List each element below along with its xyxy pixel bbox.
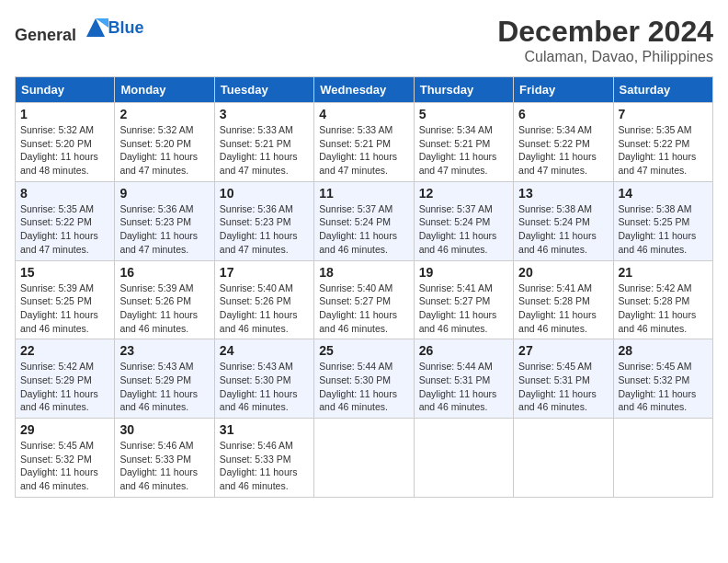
header-friday: Friday: [514, 77, 613, 103]
logo-icon: [83, 15, 108, 40]
title-area: December 2024 Culaman, Davao, Philippine…: [497, 15, 713, 65]
calendar-table: Sunday Monday Tuesday Wednesday Thursday…: [15, 76, 713, 498]
logo-text: General: [15, 15, 108, 45]
logo-general: General: [15, 26, 76, 44]
table-cell: 2 Sunrise: 5:32 AMSunset: 5:20 PMDayligh…: [115, 103, 214, 182]
table-cell: 16 Sunrise: 5:39 AMSunset: 5:26 PMDaylig…: [115, 260, 214, 339]
calendar-row-4: 22 Sunrise: 5:42 AMSunset: 5:29 PMDaylig…: [16, 339, 713, 419]
header-monday: Monday: [115, 77, 214, 103]
table-cell: 28 Sunrise: 5:45 AMSunset: 5:32 PMDaylig…: [613, 339, 712, 419]
header-sunday: Sunday: [16, 77, 115, 103]
header-wednesday: Wednesday: [314, 77, 414, 103]
logo-blue: Blue: [108, 18, 144, 38]
table-cell: 21 Sunrise: 5:42 AMSunset: 5:28 PMDaylig…: [613, 260, 712, 339]
table-cell: 27 Sunrise: 5:45 AMSunset: 5:31 PMDaylig…: [514, 339, 613, 419]
day-number: 1: [20, 107, 109, 121]
table-cell: 25 Sunrise: 5:44 AMSunset: 5:30 PMDaylig…: [314, 339, 414, 419]
table-cell: 15 Sunrise: 5:39 AMSunset: 5:25 PMDaylig…: [16, 260, 115, 339]
table-cell: 13 Sunrise: 5:38 AMSunset: 5:24 PMDaylig…: [514, 181, 613, 260]
table-cell: 31 Sunrise: 5:46 AMSunset: 5:33 PMDaylig…: [214, 419, 313, 498]
table-cell: 24 Sunrise: 5:43 AMSunset: 5:30 PMDaylig…: [214, 339, 313, 419]
empty-cell: [514, 419, 613, 498]
table-cell: 4 Sunrise: 5:33 AMSunset: 5:21 PMDayligh…: [314, 103, 414, 182]
table-cell: 17 Sunrise: 5:40 AMSunset: 5:26 PMDaylig…: [214, 260, 313, 339]
table-cell: 29 Sunrise: 5:45 AMSunset: 5:32 PMDaylig…: [16, 419, 115, 498]
table-cell: 10 Sunrise: 5:36 AMSunset: 5:23 PMDaylig…: [214, 181, 313, 260]
empty-cell: [613, 419, 712, 498]
location-title: Culaman, Davao, Philippines: [497, 49, 713, 65]
table-cell: 12 Sunrise: 5:37 AMSunset: 5:24 PMDaylig…: [414, 181, 513, 260]
page-header: General Blue December 2024 Culaman, Dava…: [15, 15, 713, 65]
month-title: December 2024: [497, 15, 713, 49]
table-cell: 6 Sunrise: 5:34 AMSunset: 5:22 PMDayligh…: [514, 103, 613, 182]
header-thursday: Thursday: [414, 77, 513, 103]
calendar-row-5: 29 Sunrise: 5:45 AMSunset: 5:32 PMDaylig…: [16, 419, 713, 498]
weekday-header-row: Sunday Monday Tuesday Wednesday Thursday…: [16, 77, 713, 103]
table-cell: 14 Sunrise: 5:38 AMSunset: 5:25 PMDaylig…: [613, 181, 712, 260]
table-cell: 11 Sunrise: 5:37 AMSunset: 5:24 PMDaylig…: [314, 181, 414, 260]
table-cell: 5 Sunrise: 5:34 AMSunset: 5:21 PMDayligh…: [414, 103, 513, 182]
table-cell: 23 Sunrise: 5:43 AMSunset: 5:29 PMDaylig…: [115, 339, 214, 419]
table-cell: 8 Sunrise: 5:35 AMSunset: 5:22 PMDayligh…: [16, 181, 115, 260]
table-cell: 30 Sunrise: 5:46 AMSunset: 5:33 PMDaylig…: [115, 419, 214, 498]
table-cell: 18 Sunrise: 5:40 AMSunset: 5:27 PMDaylig…: [314, 260, 414, 339]
calendar-row-2: 8 Sunrise: 5:35 AMSunset: 5:22 PMDayligh…: [16, 181, 713, 260]
table-cell: 9 Sunrise: 5:36 AMSunset: 5:23 PMDayligh…: [115, 181, 214, 260]
empty-cell: 1 Sunrise: 5:32 AMSunset: 5:20 PMDayligh…: [16, 103, 115, 182]
table-cell: 19 Sunrise: 5:41 AMSunset: 5:27 PMDaylig…: [414, 260, 513, 339]
calendar-row-3: 15 Sunrise: 5:39 AMSunset: 5:25 PMDaylig…: [16, 260, 713, 339]
header-saturday: Saturday: [613, 77, 712, 103]
calendar-row-1: 1 Sunrise: 5:32 AMSunset: 5:20 PMDayligh…: [16, 103, 713, 182]
empty-cell: [414, 419, 513, 498]
header-tuesday: Tuesday: [214, 77, 313, 103]
day-info: Sunrise: 5:32 AMSunset: 5:20 PMDaylight:…: [20, 123, 109, 178]
table-cell: 20 Sunrise: 5:41 AMSunset: 5:28 PMDaylig…: [514, 260, 613, 339]
table-cell: 7 Sunrise: 5:35 AMSunset: 5:22 PMDayligh…: [613, 103, 712, 182]
table-cell: 3 Sunrise: 5:33 AMSunset: 5:21 PMDayligh…: [214, 103, 313, 182]
table-cell: 22 Sunrise: 5:42 AMSunset: 5:29 PMDaylig…: [16, 339, 115, 419]
logo: General Blue: [15, 15, 144, 45]
table-cell: 26 Sunrise: 5:44 AMSunset: 5:31 PMDaylig…: [414, 339, 513, 419]
empty-cell: [314, 419, 414, 498]
